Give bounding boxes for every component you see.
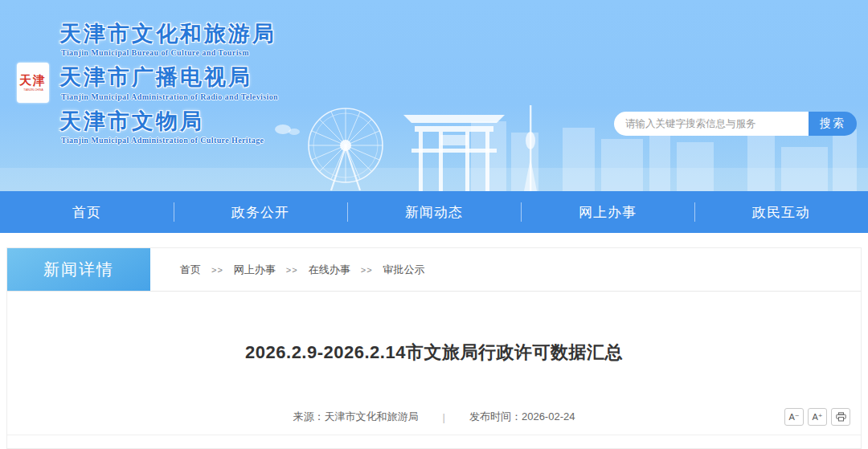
article-divider: [7, 435, 861, 435]
article-publish-date: 发布时间：2026-02-24: [469, 410, 575, 424]
org2-title-cn: 天津市广播电视局: [59, 64, 278, 90]
font-increase-button[interactable]: A⁺: [808, 408, 827, 426]
breadcrumb-item-online-handling[interactable]: 在线办事: [309, 263, 350, 277]
org3-title-cn: 天津市文物局: [59, 108, 278, 134]
search-button[interactable]: 搜索: [809, 112, 857, 136]
breadcrumb-bar: 新闻详情 首页 >> 网上办事 >> 在线办事 >> 审批公示: [7, 248, 861, 292]
article-title: 2026.2.9-2026.2.14市文旅局行政许可数据汇总: [7, 341, 861, 365]
nav-item-home[interactable]: 首页: [0, 191, 174, 233]
breadcrumb-item-online-services[interactable]: 网上办事: [234, 263, 276, 277]
main-navigation: 首页 政务公开 新闻动态 网上办事 政民互动: [0, 191, 868, 233]
nav-item-news[interactable]: 新闻动态: [347, 191, 521, 233]
header-banner: 天津 TIANJIN-CHINA 天津市文化和旅游局 Tianjin Munic…: [0, 0, 868, 191]
meta-divider: |: [443, 411, 445, 423]
org1-title-en: Tianjin Municipal Bureau of Culture and …: [61, 48, 278, 57]
nav-item-interaction[interactable]: 政民互动: [694, 191, 868, 233]
nav-item-gov-disclosure[interactable]: 政务公开: [174, 191, 347, 233]
article-tools: A⁻ A⁺: [784, 408, 850, 426]
breadcrumb-separator: >>: [361, 265, 373, 275]
font-decrease-button[interactable]: A⁻: [784, 408, 804, 426]
breadcrumb-separator: >>: [286, 265, 298, 275]
breadcrumb-item-home[interactable]: 首页: [180, 263, 201, 277]
breadcrumb-separator: >>: [211, 265, 223, 275]
seal-characters: 天津: [18, 74, 47, 87]
article: 2026.2.9-2026.2.14市文旅局行政许可数据汇总 来源：天津市文化和…: [7, 292, 861, 435]
breadcrumb: 首页 >> 网上办事 >> 在线办事 >> 审批公示: [180, 248, 425, 291]
tab-news-detail[interactable]: 新闻详情: [7, 248, 150, 291]
article-meta: 来源：天津市文化和旅游局 | 发布时间：2026-02-24 A⁻ A⁺: [7, 406, 861, 427]
spacer: [0, 233, 868, 247]
search-input[interactable]: [614, 112, 809, 136]
print-button[interactable]: [831, 408, 850, 426]
article-source: 来源：天津市文化和旅游局: [293, 410, 419, 424]
search-bar: 搜索: [614, 112, 857, 136]
tianjin-seal-logo: 天津 TIANJIN-CHINA: [17, 63, 49, 103]
content-container: 新闻详情 首页 >> 网上办事 >> 在线办事 >> 审批公示 2026.2.9…: [6, 247, 862, 449]
breadcrumb-item-approval-publicity[interactable]: 审批公示: [383, 263, 425, 277]
printer-icon: [836, 412, 846, 422]
org1-title-cn: 天津市文化和旅游局: [59, 21, 278, 47]
org3-title-en: Tianjin Municipal Administration of Cult…: [61, 136, 278, 145]
nav-item-online-services[interactable]: 网上办事: [521, 191, 694, 233]
org-titles: 天津市文化和旅游局 Tianjin Municipal Bureau of Cu…: [59, 21, 278, 152]
org2-title-en: Tianjin Municipal Administration of Radi…: [61, 92, 278, 101]
seal-caption: TIANJIN-CHINA: [23, 88, 43, 91]
